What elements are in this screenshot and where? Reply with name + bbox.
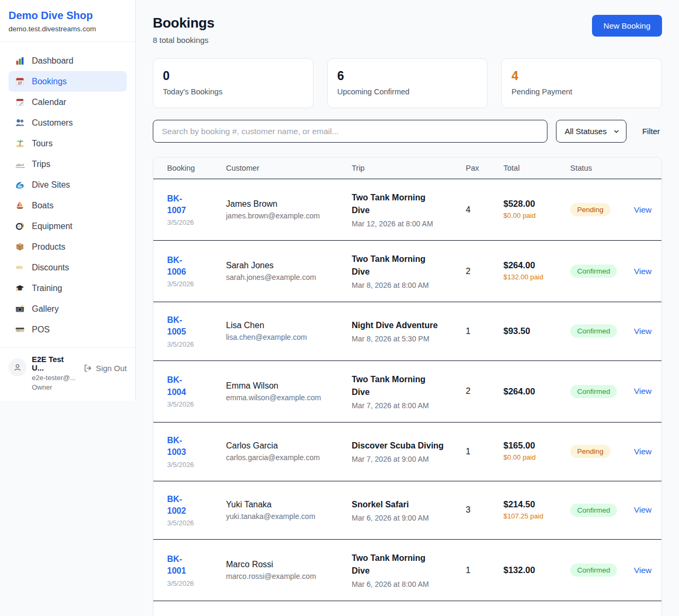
total-cell: $264.00$132.00 paid <box>503 260 570 283</box>
total-cell: $214.50$107.25 paid <box>503 499 570 522</box>
sidebar-item-label: Calendar <box>32 98 66 107</box>
sidebar-item-dashboard[interactable]: Dashboard <box>8 50 127 71</box>
view-link[interactable]: View <box>634 566 651 575</box>
booking-cell: BK-10053/5/2026 <box>167 314 226 348</box>
sidebar-item-bookings[interactable]: 17Bookings <box>8 71 127 92</box>
status-cell: Confirmed <box>570 265 634 278</box>
booking-id-link[interactable]: BK-1005 <box>167 314 200 338</box>
person-icon <box>13 363 22 372</box>
column-header-booking: Booking <box>167 157 226 179</box>
paid-amount: $132.00 paid <box>503 272 548 283</box>
sidebar-item-label: Customers <box>32 118 73 128</box>
chevron-down-icon <box>613 128 620 135</box>
customer-cell: James Brownjames.brown@example.com <box>226 199 352 220</box>
sidebar-item-discounts[interactable]: Discounts <box>8 257 127 278</box>
trip-name: Two Tank Morning Dive <box>352 191 445 217</box>
status-badge: Pending <box>570 203 611 216</box>
stat-label: Pending Payment <box>511 87 652 96</box>
trip-datetime: Mar 7, 2026 at 8:00 AM <box>352 401 456 410</box>
status-badge: Pending <box>570 445 611 458</box>
calendar-date-icon: 17 <box>15 76 25 86</box>
booking-id-link[interactable]: BK-1002 <box>167 494 200 517</box>
booking-id-link[interactable]: BK-1007 <box>167 193 200 217</box>
island-icon <box>15 138 25 148</box>
status-filter-select[interactable]: All Statuses <box>556 120 626 143</box>
sidebar-item-trips[interactable]: Trips <box>8 154 127 174</box>
sidebar-item-tours[interactable]: Tours <box>8 133 127 154</box>
booking-cell: BK-10043/5/2026 <box>167 374 226 408</box>
sidebar-item-products[interactable]: Products <box>8 236 127 257</box>
sidebar-item-customers[interactable]: Customers <box>8 112 127 133</box>
customer-cell: Yuki Tanakayuki.tanaka@example.com <box>226 500 352 521</box>
new-booking-button[interactable]: New Booking <box>592 15 662 37</box>
paid-amount: $107.25 paid <box>503 512 548 522</box>
package-icon <box>15 242 25 252</box>
sidebar-item-calendar[interactable]: Calendar <box>8 92 127 112</box>
booking-id-link[interactable]: BK-1001 <box>167 553 200 577</box>
page-title: Bookings <box>153 15 214 31</box>
table-row: BK-10013/5/2026Marco Rossimarco.rossi@ex… <box>153 539 661 601</box>
sidebar-item-training[interactable]: Training <box>8 278 127 298</box>
trip-name: Snorkel Safari <box>352 498 445 511</box>
customer-name: Lisa Chen <box>226 321 342 330</box>
status-cell: Pending <box>570 445 634 458</box>
booking-date: 3/5/2026 <box>167 280 216 288</box>
total-amount: $93.50 <box>503 326 561 336</box>
bar-chart-icon <box>15 56 25 66</box>
page-title-block: Bookings 8 total bookings <box>153 15 214 45</box>
tag-icon <box>15 262 25 272</box>
view-link[interactable]: View <box>634 447 651 456</box>
customer-cell: Carlos Garciacarlos.garcia@example.com <box>226 441 352 462</box>
trip-name: Two Tank Morning Dive <box>352 613 445 616</box>
view-cell: View <box>634 505 661 515</box>
customer-email: james.brown@example.com <box>226 212 342 220</box>
stats-row: 0Today's Bookings6Upcoming Confirmed4Pen… <box>153 58 662 108</box>
view-cell: View <box>634 447 661 456</box>
booking-date: 3/5/2026 <box>167 400 216 408</box>
sidebar-item-label: Gallery <box>32 304 59 314</box>
sidebar-item-pos[interactable]: POS <box>8 319 127 340</box>
sidebar-item-dive-sites[interactable]: Dive Sites <box>8 174 127 195</box>
sidebar-item-equipment[interactable]: Equipment <box>8 216 127 236</box>
stat-label: Today's Bookings <box>163 87 303 96</box>
view-link[interactable]: View <box>634 327 651 336</box>
booking-id-link[interactable]: BK-1004 <box>167 374 200 398</box>
brand: Demo Dive Shop demo.test.divestreams.com <box>0 0 135 42</box>
sidebar-item-boats[interactable]: Boats <box>8 195 127 216</box>
total-cell: $165.00$0.00 paid <box>503 441 570 463</box>
customer-cell: Emma Wilsonemma.wilson@example.com <box>226 381 352 402</box>
status-cell: Confirmed <box>570 564 634 577</box>
search-input[interactable] <box>153 120 547 143</box>
trip-datetime: Mar 8, 2026 at 5:30 PM <box>352 335 456 343</box>
trip-name: Discover Scuba Diving <box>352 439 445 452</box>
sidebar-item-gallery[interactable]: Gallery <box>8 298 127 319</box>
sidebar-item-label: Products <box>32 242 65 252</box>
booking-id-link[interactable]: BK-1003 <box>167 435 200 459</box>
booking-cell: BK-10063/5/2026 <box>167 254 226 288</box>
total-cell: $264.00 <box>503 386 570 397</box>
view-link[interactable]: View <box>634 505 651 514</box>
customer-email: lisa.chen@example.com <box>226 333 342 341</box>
booking-cell: BK-10073/5/2026 <box>167 193 226 227</box>
booking-cell: BK-10033/5/2026 <box>167 435 226 469</box>
bookings-count: 8 total bookings <box>153 36 214 45</box>
credit-card-icon <box>15 324 25 335</box>
user-name: E2E Test U... <box>32 355 78 372</box>
view-link[interactable]: View <box>634 267 651 276</box>
filter-button[interactable]: Filter <box>642 127 660 136</box>
page-header: Bookings 8 total bookings New Booking <box>153 15 662 45</box>
sign-out-button[interactable]: Sign Out <box>83 364 127 373</box>
customer-name: Carlos Garcia <box>226 441 342 451</box>
column-header-trip: Trip <box>352 157 466 179</box>
view-link[interactable]: View <box>634 205 651 214</box>
table-row: BK-10033/5/2026Carlos Garciacarlos.garci… <box>153 422 661 481</box>
view-link[interactable]: View <box>634 386 651 395</box>
table-row: BK-10053/5/2026Lisa Chenlisa.chen@exampl… <box>153 302 661 360</box>
paid-amount: $0.00 paid <box>503 453 548 463</box>
stat-value: 0 <box>163 69 303 83</box>
customer-name: Emma Wilson <box>226 381 342 391</box>
status-badge: Confirmed <box>570 564 617 577</box>
total-amount: $528.00 <box>503 199 561 209</box>
booking-id-link[interactable]: BK-1006 <box>167 254 200 278</box>
view-cell: View <box>634 205 661 215</box>
